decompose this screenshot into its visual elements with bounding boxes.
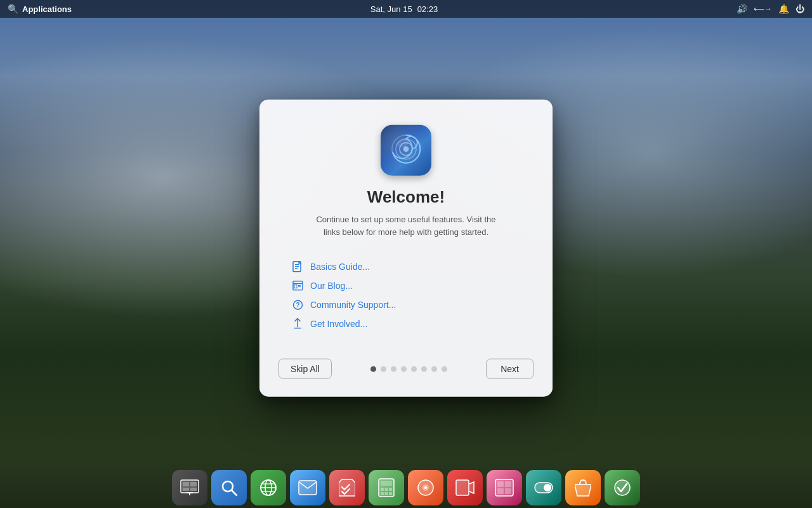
dot-1 [370, 366, 376, 371]
svg-rect-49 [497, 481, 504, 487]
dock-item-gallery[interactable] [487, 470, 522, 505]
svg-rect-11 [294, 285, 297, 288]
dock-item-browser[interactable] [251, 470, 286, 505]
svg-rect-43 [389, 492, 392, 495]
svg-point-46 [424, 486, 427, 489]
our-blog-link[interactable]: Our Blog... [291, 279, 534, 292]
our-blog-label: Our Blog... [310, 281, 353, 291]
dock-item-music[interactable] [408, 470, 443, 505]
dock-item-mail[interactable] [290, 470, 325, 505]
network-icon[interactable]: ⟵→ [754, 4, 772, 13]
dot-5 [411, 366, 417, 371]
menubar-center: Sat, Jun 15 02:23 [72, 4, 737, 14]
app-icon-spiral [389, 132, 423, 169]
svg-rect-42 [385, 492, 388, 495]
svg-rect-22 [183, 482, 189, 486]
svg-rect-37 [381, 481, 392, 486]
dock-item-toggle[interactable] [526, 470, 561, 505]
community-support-icon: ? [291, 298, 304, 311]
svg-rect-39 [385, 488, 388, 491]
get-involved-icon [291, 318, 304, 330]
basics-guide-icon [291, 260, 304, 273]
dock-item-screensnap[interactable] [172, 470, 207, 505]
svg-rect-51 [497, 488, 504, 494]
svg-rect-25 [190, 488, 197, 491]
svg-rect-40 [389, 488, 392, 491]
get-involved-link[interactable]: Get Involved... [291, 318, 534, 330]
svg-rect-23 [190, 482, 197, 486]
skip-all-button[interactable]: Skip All [278, 359, 332, 379]
community-support-label: Community Support... [310, 300, 396, 310]
svg-text:?: ? [296, 301, 299, 308]
dock [0, 457, 812, 508]
svg-rect-47 [456, 480, 469, 495]
dock-item-done[interactable] [605, 470, 640, 505]
community-support-link[interactable]: ? Community Support... [291, 298, 534, 311]
pagination-dots [332, 366, 486, 371]
dot-2 [381, 366, 386, 371]
dot-3 [391, 366, 396, 371]
dock-item-store[interactable] [565, 470, 601, 505]
power-icon[interactable]: ⏻ [796, 4, 804, 14]
next-button[interactable]: Next [486, 359, 534, 379]
svg-rect-52 [505, 488, 511, 494]
svg-point-55 [615, 480, 630, 495]
dock-item-search[interactable] [211, 470, 247, 505]
volume-icon[interactable]: 🔊 [737, 4, 747, 14]
svg-point-54 [544, 484, 551, 491]
menubar: 🔍 Applications Sat, Jun 15 02:23 🔊 ⟵→ 🔔 … [0, 0, 812, 18]
dot-4 [401, 366, 407, 371]
svg-rect-24 [183, 488, 189, 491]
dock-item-video[interactable] [447, 470, 483, 505]
dot-6 [421, 366, 427, 371]
our-blog-icon [291, 279, 304, 292]
basics-guide-link[interactable]: Basics Guide... [291, 260, 534, 273]
app-menu-label[interactable]: Applications [22, 4, 72, 14]
svg-rect-41 [381, 492, 384, 495]
app-icon [381, 125, 431, 176]
links-section: Basics Guide... Our Blog... ? [278, 260, 534, 330]
welcome-dialog: Welcome! Continue to set up some useful … [259, 100, 553, 397]
dock-item-calc[interactable] [369, 470, 404, 505]
dot-7 [431, 366, 437, 371]
menubar-left: 🔍 Applications [8, 4, 72, 14]
welcome-subtitle: Continue to set up some useful features.… [316, 213, 495, 238]
svg-rect-50 [505, 481, 511, 487]
basics-guide-label: Basics Guide... [310, 262, 370, 272]
notification-icon[interactable]: 🔔 [778, 4, 789, 14]
dialog-footer: Skip All Next [278, 359, 534, 379]
menubar-right: 🔊 ⟵→ 🔔 ⏻ [737, 4, 804, 14]
svg-line-29 [232, 490, 237, 495]
search-icon: 🔍 [8, 4, 18, 14]
svg-rect-38 [381, 488, 384, 491]
get-involved-label: Get Involved... [310, 319, 367, 329]
welcome-title: Welcome! [367, 187, 445, 207]
menubar-time: 02:23 [417, 4, 438, 14]
menubar-date: Sat, Jun 15 [370, 4, 412, 14]
dock-item-tasks[interactable] [329, 470, 365, 505]
dot-8 [442, 366, 447, 371]
svg-point-3 [403, 146, 409, 152]
svg-rect-35 [299, 481, 317, 495]
